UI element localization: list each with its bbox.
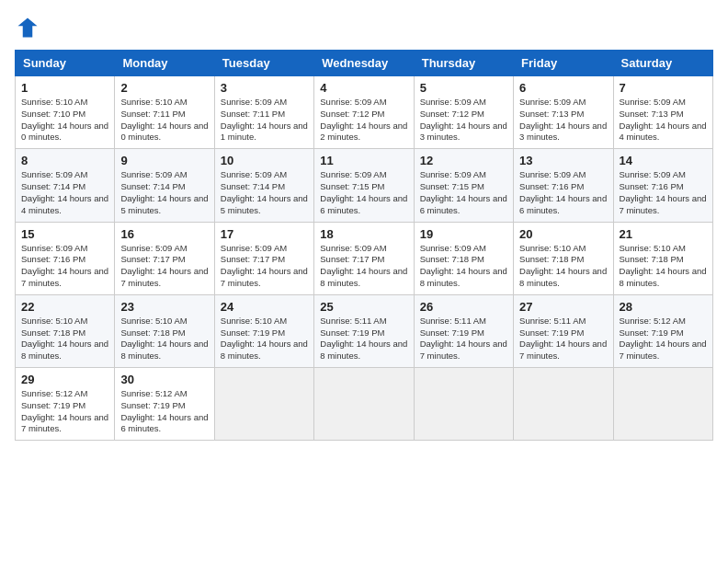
header-wednesday: Wednesday — [314, 51, 414, 76]
day-number: 6 — [519, 81, 607, 95]
calendar-cell: 2 Sunrise: 5:10 AM Sunset: 7:11 PM Dayli… — [115, 76, 214, 149]
day-info: Sunrise: 5:09 AM Sunset: 7:14 PM Dayligh… — [120, 169, 208, 216]
day-number: 7 — [620, 81, 707, 95]
header-tuesday: Tuesday — [214, 51, 313, 76]
calendar-cell — [314, 368, 414, 441]
day-number: 22 — [21, 300, 108, 314]
calendar-cell — [514, 368, 613, 441]
day-info: Sunrise: 5:09 AM Sunset: 7:16 PM Dayligh… — [620, 169, 707, 216]
day-number: 17 — [221, 227, 308, 241]
calendar-week-4: 22 Sunrise: 5:10 AM Sunset: 7:18 PM Dayl… — [16, 294, 713, 367]
calendar-cell: 17 Sunrise: 5:09 AM Sunset: 7:17 PM Dayl… — [214, 222, 313, 294]
day-number: 1 — [21, 81, 108, 95]
calendar-cell: 5 Sunrise: 5:09 AM Sunset: 7:12 PM Dayli… — [414, 76, 513, 149]
day-info: Sunrise: 5:09 AM Sunset: 7:15 PM Dayligh… — [420, 169, 507, 216]
calendar-cell: 23 Sunrise: 5:10 AM Sunset: 7:18 PM Dayl… — [115, 294, 214, 367]
svg-marker-0 — [18, 18, 38, 38]
day-info: Sunrise: 5:10 AM Sunset: 7:11 PM Dayligh… — [120, 97, 208, 144]
calendar-cell — [613, 368, 712, 441]
day-number: 15 — [21, 227, 108, 241]
day-info: Sunrise: 5:12 AM Sunset: 7:19 PM Dayligh… — [21, 388, 108, 435]
day-number: 4 — [320, 81, 407, 95]
day-info: Sunrise: 5:10 AM Sunset: 7:18 PM Dayligh… — [620, 243, 707, 290]
day-number: 3 — [221, 81, 308, 95]
calendar-cell: 25 Sunrise: 5:11 AM Sunset: 7:19 PM Dayl… — [314, 294, 414, 367]
day-info: Sunrise: 5:10 AM Sunset: 7:18 PM Dayligh… — [120, 316, 208, 362]
day-number: 29 — [21, 373, 108, 386]
day-info: Sunrise: 5:12 AM Sunset: 7:19 PM Dayligh… — [120, 388, 208, 435]
calendar-cell: 16 Sunrise: 5:09 AM Sunset: 7:17 PM Dayl… — [115, 222, 214, 294]
day-number: 5 — [420, 81, 507, 95]
calendar-cell: 12 Sunrise: 5:09 AM Sunset: 7:15 PM Dayl… — [414, 149, 513, 222]
calendar-cell: 4 Sunrise: 5:09 AM Sunset: 7:12 PM Dayli… — [314, 76, 414, 149]
header-saturday: Saturday — [613, 51, 712, 76]
calendar-cell: 19 Sunrise: 5:09 AM Sunset: 7:18 PM Dayl… — [414, 222, 513, 294]
day-number: 11 — [320, 154, 407, 167]
day-number: 26 — [420, 300, 507, 314]
calendar-cell — [214, 368, 313, 441]
day-number: 8 — [21, 154, 108, 167]
day-number: 28 — [620, 300, 707, 314]
day-number: 13 — [519, 154, 607, 167]
day-info: Sunrise: 5:09 AM Sunset: 7:16 PM Dayligh… — [21, 243, 108, 290]
day-info: Sunrise: 5:09 AM Sunset: 7:12 PM Dayligh… — [320, 97, 407, 144]
calendar-cell: 7 Sunrise: 5:09 AM Sunset: 7:13 PM Dayli… — [613, 76, 712, 149]
calendar-cell — [414, 368, 513, 441]
header-monday: Monday — [115, 51, 214, 76]
day-info: Sunrise: 5:09 AM Sunset: 7:18 PM Dayligh… — [420, 243, 507, 290]
day-info: Sunrise: 5:10 AM Sunset: 7:18 PM Dayligh… — [21, 316, 108, 362]
calendar-header-row: SundayMondayTuesdayWednesdayThursdayFrid… — [16, 51, 713, 76]
day-info: Sunrise: 5:10 AM Sunset: 7:18 PM Dayligh… — [519, 243, 607, 290]
calendar-week-3: 15 Sunrise: 5:09 AM Sunset: 7:16 PM Dayl… — [16, 222, 713, 294]
day-info: Sunrise: 5:10 AM Sunset: 7:19 PM Dayligh… — [221, 316, 308, 362]
day-info: Sunrise: 5:09 AM Sunset: 7:16 PM Dayligh… — [519, 169, 607, 216]
calendar-cell: 9 Sunrise: 5:09 AM Sunset: 7:14 PM Dayli… — [115, 149, 214, 222]
calendar-cell: 21 Sunrise: 5:10 AM Sunset: 7:18 PM Dayl… — [613, 222, 712, 294]
day-number: 19 — [420, 227, 507, 241]
calendar-cell: 30 Sunrise: 5:12 AM Sunset: 7:19 PM Dayl… — [115, 368, 214, 441]
day-info: Sunrise: 5:09 AM Sunset: 7:17 PM Dayligh… — [221, 243, 308, 290]
day-info: Sunrise: 5:12 AM Sunset: 7:19 PM Dayligh… — [620, 316, 707, 362]
day-info: Sunrise: 5:09 AM Sunset: 7:15 PM Dayligh… — [320, 169, 407, 216]
calendar-cell: 22 Sunrise: 5:10 AM Sunset: 7:18 PM Dayl… — [16, 294, 115, 367]
header-friday: Friday — [514, 51, 613, 76]
calendar-cell: 26 Sunrise: 5:11 AM Sunset: 7:19 PM Dayl… — [414, 294, 513, 367]
day-info: Sunrise: 5:11 AM Sunset: 7:19 PM Dayligh… — [320, 316, 407, 362]
calendar-cell: 13 Sunrise: 5:09 AM Sunset: 7:16 PM Dayl… — [514, 149, 613, 222]
day-info: Sunrise: 5:09 AM Sunset: 7:12 PM Dayligh… — [420, 97, 507, 144]
day-number: 25 — [320, 300, 407, 314]
logo-icon — [15, 15, 40, 40]
day-info: Sunrise: 5:09 AM Sunset: 7:14 PM Dayligh… — [221, 169, 308, 216]
calendar-cell: 18 Sunrise: 5:09 AM Sunset: 7:17 PM Dayl… — [314, 222, 414, 294]
calendar-cell: 20 Sunrise: 5:10 AM Sunset: 7:18 PM Dayl… — [514, 222, 613, 294]
calendar-cell: 27 Sunrise: 5:11 AM Sunset: 7:19 PM Dayl… — [514, 294, 613, 367]
calendar-cell: 29 Sunrise: 5:12 AM Sunset: 7:19 PM Dayl… — [16, 368, 115, 441]
day-number: 16 — [120, 227, 208, 241]
calendar-week-5: 29 Sunrise: 5:12 AM Sunset: 7:19 PM Dayl… — [16, 368, 713, 441]
day-info: Sunrise: 5:10 AM Sunset: 7:10 PM Dayligh… — [21, 97, 108, 144]
day-number: 10 — [221, 154, 308, 167]
day-info: Sunrise: 5:09 AM Sunset: 7:14 PM Dayligh… — [21, 169, 108, 216]
day-info: Sunrise: 5:11 AM Sunset: 7:19 PM Dayligh… — [519, 316, 607, 362]
calendar-cell: 15 Sunrise: 5:09 AM Sunset: 7:16 PM Dayl… — [16, 222, 115, 294]
day-info: Sunrise: 5:11 AM Sunset: 7:19 PM Dayligh… — [420, 316, 507, 362]
calendar-cell: 10 Sunrise: 5:09 AM Sunset: 7:14 PM Dayl… — [214, 149, 313, 222]
calendar-cell: 11 Sunrise: 5:09 AM Sunset: 7:15 PM Dayl… — [314, 149, 414, 222]
day-info: Sunrise: 5:09 AM Sunset: 7:17 PM Dayligh… — [120, 243, 208, 290]
day-number: 14 — [620, 154, 707, 167]
day-number: 30 — [120, 373, 208, 386]
calendar-table: SundayMondayTuesdayWednesdayThursdayFrid… — [15, 50, 713, 441]
calendar-cell: 28 Sunrise: 5:12 AM Sunset: 7:19 PM Dayl… — [613, 294, 712, 367]
day-info: Sunrise: 5:09 AM Sunset: 7:17 PM Dayligh… — [320, 243, 407, 290]
page-header — [15, 15, 713, 40]
day-number: 12 — [420, 154, 507, 167]
calendar-cell: 3 Sunrise: 5:09 AM Sunset: 7:11 PM Dayli… — [214, 76, 313, 149]
calendar-cell: 24 Sunrise: 5:10 AM Sunset: 7:19 PM Dayl… — [214, 294, 313, 367]
day-info: Sunrise: 5:09 AM Sunset: 7:13 PM Dayligh… — [620, 97, 707, 144]
day-number: 21 — [620, 227, 707, 241]
header-thursday: Thursday — [414, 51, 513, 76]
header-sunday: Sunday — [16, 51, 115, 76]
calendar-cell: 14 Sunrise: 5:09 AM Sunset: 7:16 PM Dayl… — [613, 149, 712, 222]
day-number: 20 — [519, 227, 607, 241]
day-number: 18 — [320, 227, 407, 241]
